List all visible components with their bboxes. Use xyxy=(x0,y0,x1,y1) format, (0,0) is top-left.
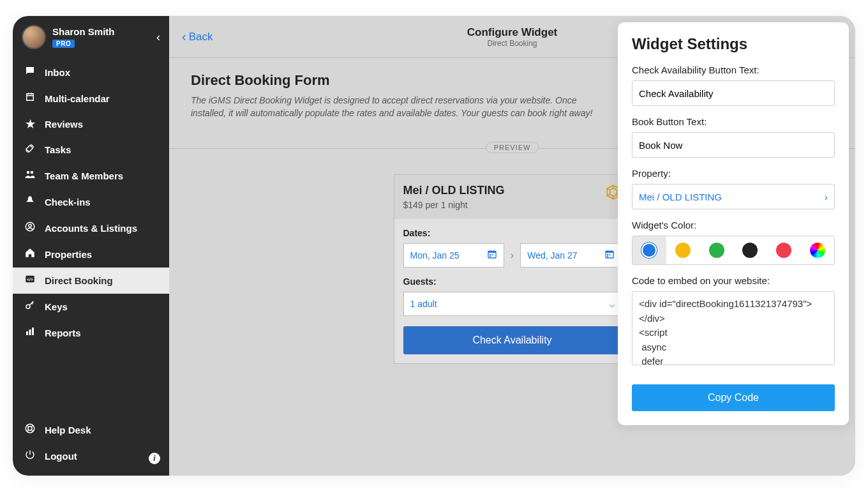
sidebar-item-label: Direct Booking xyxy=(45,275,113,286)
sidebar-item-helpdesk[interactable]: Help Desk xyxy=(13,417,169,443)
color-option-black[interactable] xyxy=(733,236,767,264)
dates-label: Dates: xyxy=(403,228,622,238)
svg-rect-7 xyxy=(26,331,28,335)
svg-rect-32 xyxy=(609,254,610,255)
date-from-value: Mon, Jan 25 xyxy=(410,250,460,260)
date-from-input[interactable]: Mon, Jan 25 xyxy=(403,243,504,268)
bell-icon xyxy=(22,195,38,209)
color-option-custom[interactable] xyxy=(800,236,834,264)
check-availability-button[interactable]: Check Availability xyxy=(403,326,622,354)
sidebar-item-multicalendar[interactable]: Multi-calendar xyxy=(13,86,169,112)
svg-point-4 xyxy=(29,224,32,227)
sidebar-collapse-icon[interactable]: ‹ xyxy=(156,31,160,44)
chart-icon xyxy=(22,326,38,340)
code-icon xyxy=(22,273,38,288)
page-description: The iGMS Direct Booking Widget is design… xyxy=(191,94,599,120)
svg-rect-33 xyxy=(607,256,608,257)
sidebar-item-keys[interactable]: Keys xyxy=(13,294,169,320)
color-option-yellow[interactable] xyxy=(666,236,700,264)
account-icon xyxy=(22,221,38,236)
property-label: Property: xyxy=(632,168,835,179)
svg-point-11 xyxy=(28,426,32,430)
sidebar-item-label: Logout xyxy=(45,451,77,462)
sidebar-item-team[interactable]: Team & Members xyxy=(13,163,169,189)
sidebar-item-direct-booking[interactable]: Direct Booking xyxy=(13,268,169,294)
widget-header: Mei / OLD LISTING $149 per 1 night xyxy=(394,175,631,219)
sidebar-item-logout[interactable]: Logout xyxy=(13,443,169,469)
calendar-icon xyxy=(487,249,497,261)
svg-marker-13 xyxy=(610,188,617,196)
book-text-input[interactable] xyxy=(632,132,835,158)
widget-settings-panel: Widget Settings Check Availability Butto… xyxy=(618,22,849,425)
property-value: Mei / OLD LISTING xyxy=(639,192,722,202)
svg-rect-8 xyxy=(29,329,31,335)
back-button[interactable]: ‹ Back xyxy=(182,29,213,44)
lifebuoy-icon xyxy=(22,423,38,437)
pro-badge: PRO xyxy=(52,40,75,48)
sidebar-item-accounts[interactable]: Accounts & Listings xyxy=(13,215,169,241)
sidebar-item-tasks[interactable]: Tasks xyxy=(13,137,169,163)
home-icon xyxy=(22,247,38,262)
sidebar-item-label: Tasks xyxy=(45,144,71,155)
sidebar-item-label: Multi-calendar xyxy=(45,93,110,104)
book-text-group: Book Button Text: xyxy=(632,116,835,158)
main-content: ‹ Back Configure Widget Direct Booking D… xyxy=(169,16,855,476)
sidebar-item-label: Inbox xyxy=(45,67,70,78)
sidebar-item-label: Reports xyxy=(45,328,81,338)
date-to-input[interactable]: Wed, Jan 27 xyxy=(520,243,621,268)
power-icon xyxy=(22,449,38,464)
inbox-icon xyxy=(22,65,38,80)
book-label: Book Button Text: xyxy=(632,116,835,127)
svg-rect-21 xyxy=(488,251,496,253)
copy-code-button[interactable]: Copy Code xyxy=(632,384,835,411)
color-option-red[interactable] xyxy=(767,236,801,264)
svg-rect-25 xyxy=(491,254,493,255)
sidebar-item-label: Team & Members xyxy=(45,170,123,181)
avail-text-input[interactable] xyxy=(632,80,835,106)
calendar-icon xyxy=(22,91,38,106)
color-group: Widget's Color: xyxy=(632,220,835,265)
widget-listing-name: Mei / OLD LISTING xyxy=(403,184,622,197)
guests-select[interactable]: 1 adult ⌵ xyxy=(403,292,622,316)
user-block: Sharon Smith PRO xyxy=(52,26,156,49)
info-icon[interactable]: i xyxy=(149,453,160,464)
color-option-blue[interactable] xyxy=(632,236,666,264)
sidebar-item-label: Keys xyxy=(45,301,68,312)
sidebar-bottom: Help Desk Logout i xyxy=(13,417,169,476)
guests-value: 1 adult xyxy=(410,299,437,309)
sidebar-item-label: Properties xyxy=(45,249,92,260)
sidebar-item-label: Accounts & Listings xyxy=(45,223,137,234)
svg-point-1 xyxy=(31,171,34,174)
sidebar-header: Sharon Smith PRO ‹ xyxy=(13,16,169,56)
svg-point-0 xyxy=(27,171,30,174)
broom-icon xyxy=(22,142,38,157)
widget-price: $149 per 1 night xyxy=(403,200,622,210)
sidebar-item-reviews[interactable]: ★ Reviews xyxy=(13,112,169,137)
svg-rect-28 xyxy=(606,251,613,253)
code-group: Code to embed on your website: xyxy=(632,275,835,368)
color-label: Widget's Color: xyxy=(632,220,835,230)
chevron-left-icon: ‹ xyxy=(182,29,186,44)
chevron-right-icon: › xyxy=(825,192,828,202)
avatar[interactable] xyxy=(22,25,46,49)
preview-label: PREVIEW xyxy=(486,142,539,153)
back-label: Back xyxy=(189,31,213,43)
property-select[interactable]: Mei / OLD LISTING › xyxy=(632,184,835,209)
svg-rect-9 xyxy=(32,328,34,335)
booking-widget-preview: Mei / OLD LISTING $149 per 1 night Dates… xyxy=(394,174,631,364)
color-option-green[interactable] xyxy=(700,236,733,264)
avail-label: Check Availability Button Text: xyxy=(632,64,835,75)
sidebar-item-label: Reviews xyxy=(45,119,83,130)
sidebar-item-properties[interactable]: Properties xyxy=(13,241,169,268)
sidebar-item-inbox[interactable]: Inbox xyxy=(13,59,169,86)
key-icon xyxy=(22,299,38,314)
arrow-right-icon: › xyxy=(511,250,514,261)
user-name: Sharon Smith xyxy=(52,26,156,37)
sidebar-nav: Inbox Multi-calendar ★ Reviews Tasks xyxy=(13,59,169,417)
embed-code-textarea[interactable] xyxy=(632,291,835,365)
guests-label: Guests: xyxy=(403,276,622,287)
svg-rect-31 xyxy=(607,254,608,255)
sidebar-item-checkins[interactable]: Check-ins xyxy=(13,189,169,215)
sidebar-item-reports[interactable]: Reports xyxy=(13,320,169,346)
svg-rect-24 xyxy=(490,254,491,255)
